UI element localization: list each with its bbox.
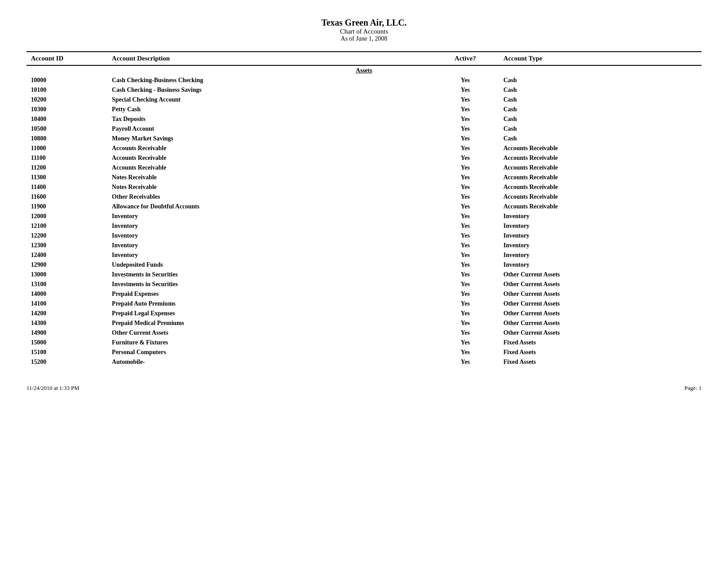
table-row: 11600Other ReceivablesYesAccounts Receiv… (26, 192, 702, 202)
account-active-cell: Yes (432, 260, 499, 270)
account-active-cell: Yes (432, 114, 499, 124)
account-id-cell: 11600 (26, 192, 108, 202)
table-row: 11100Accounts ReceivableYesAccounts Rece… (26, 153, 702, 163)
account-description-cell: Notes Receivable (108, 182, 432, 192)
table-row: 10800Money Market SavingsYesCash (26, 134, 702, 144)
account-active-cell: Yes (432, 182, 499, 192)
section-name: Assets (26, 65, 702, 76)
account-id-cell: 10300 (26, 105, 108, 114)
account-id-cell: 10800 (26, 134, 108, 144)
account-id-cell: 12900 (26, 260, 108, 270)
account-type-cell: Fixed Assets (499, 338, 702, 348)
account-type-cell: Accounts Receivable (499, 153, 702, 163)
account-id-cell: 15100 (26, 348, 108, 357)
account-description-cell: Allowance for Doubtful Accounts (108, 202, 432, 212)
account-type-cell: Cash (499, 124, 702, 134)
account-id-cell: 10000 (26, 76, 108, 85)
account-description-cell: Other Current Assets (108, 328, 432, 338)
account-id-cell: 10100 (26, 85, 108, 95)
table-row: 10400Tax DepositsYesCash (26, 114, 702, 124)
account-id-cell: 14300 (26, 318, 108, 328)
account-active-cell: Yes (432, 318, 499, 328)
account-type-cell: Inventory (499, 250, 702, 260)
account-id-cell: 14900 (26, 328, 108, 338)
table-row: 14900Other Current AssetsYesOther Curren… (26, 328, 702, 338)
account-type-cell: Accounts Receivable (499, 163, 702, 173)
table-row: 11300Notes ReceivableYesAccounts Receiva… (26, 173, 702, 182)
account-id-cell: 10400 (26, 114, 108, 124)
account-description-cell: Other Receivables (108, 192, 432, 202)
account-description-cell: Notes Receivable (108, 173, 432, 182)
account-id-cell: 11900 (26, 202, 108, 212)
table-row: 10100Cash Checking - Business SavingsYes… (26, 85, 702, 95)
account-active-cell: Yes (432, 231, 499, 241)
account-id-cell: 12200 (26, 231, 108, 241)
account-type-cell: Cash (499, 105, 702, 114)
account-description-cell: Investments in Securities (108, 270, 432, 280)
page-header: Texas Green Air, LLC. Chart of Accounts … (26, 18, 702, 42)
report-title: Chart of Accounts (26, 28, 702, 35)
company-name: Texas Green Air, LLC. (26, 18, 702, 28)
account-description-cell: Inventory (108, 221, 432, 231)
account-type-cell: Inventory (499, 231, 702, 241)
account-id-cell: 12000 (26, 212, 108, 221)
account-description-cell: Special Checking Account (108, 95, 432, 105)
account-active-cell: Yes (432, 212, 499, 221)
account-type-cell: Other Current Assets (499, 280, 702, 289)
account-type-cell: Accounts Receivable (499, 202, 702, 212)
account-active-cell: Yes (432, 144, 499, 153)
table-row: 13100Investments in SecuritiesYesOther C… (26, 280, 702, 289)
account-description-cell: Investments in Securities (108, 280, 432, 289)
account-description-cell: Tax Deposits (108, 114, 432, 124)
account-type-cell: Accounts Receivable (499, 182, 702, 192)
table-row: 14200Prepaid Legal ExpensesYesOther Curr… (26, 309, 702, 318)
account-description-cell: Inventory (108, 241, 432, 250)
table-row: 11000Accounts ReceivableYesAccounts Rece… (26, 144, 702, 153)
table-header-row: Account ID Account Description Active? A… (26, 52, 702, 65)
table-row: 11200Accounts ReceivableYesAccounts Rece… (26, 163, 702, 173)
account-active-cell: Yes (432, 338, 499, 348)
account-description-cell: Undeposited Funds (108, 260, 432, 270)
account-active-cell: Yes (432, 250, 499, 260)
account-active-cell: Yes (432, 289, 499, 299)
account-id-cell: 11000 (26, 144, 108, 153)
account-id-cell: 14200 (26, 309, 108, 318)
account-type-cell: Other Current Assets (499, 328, 702, 338)
account-active-cell: Yes (432, 299, 499, 309)
account-active-cell: Yes (432, 221, 499, 231)
account-active-cell: Yes (432, 105, 499, 114)
account-active-cell: Yes (432, 163, 499, 173)
col-account-description: Account Description (108, 52, 432, 65)
col-account-type: Account Type (499, 52, 702, 65)
account-description-cell: Money Market Savings (108, 134, 432, 144)
account-type-cell: Accounts Receivable (499, 173, 702, 182)
account-active-cell: Yes (432, 202, 499, 212)
account-id-cell: 11100 (26, 153, 108, 163)
account-type-cell: Inventory (499, 212, 702, 221)
account-id-cell: 14100 (26, 299, 108, 309)
page-footer: 11/24/2010 at 1:33 PM Page: 1 (26, 385, 702, 392)
table-row: 12100InventoryYesInventory (26, 221, 702, 231)
account-id-cell: 12400 (26, 250, 108, 260)
table-row: 14000Prepaid ExpensesYesOther Current As… (26, 289, 702, 299)
table-row: 12000InventoryYesInventory (26, 212, 702, 221)
account-type-cell: Cash (499, 95, 702, 105)
account-id-cell: 10200 (26, 95, 108, 105)
account-description-cell: Automobile- (108, 357, 432, 367)
account-type-cell: Other Current Assets (499, 299, 702, 309)
account-type-cell: Inventory (499, 241, 702, 250)
footer-timestamp: 11/24/2010 at 1:33 PM (26, 385, 79, 392)
table-row: 15200Automobile-YesFixed Assets (26, 357, 702, 367)
account-type-cell: Inventory (499, 221, 702, 231)
account-id-cell: 11400 (26, 182, 108, 192)
account-active-cell: Yes (432, 124, 499, 134)
table-row: 15100Personal ComputersYesFixed Assets (26, 348, 702, 357)
account-type-cell: Cash (499, 134, 702, 144)
account-active-cell: Yes (432, 241, 499, 250)
account-active-cell: Yes (432, 309, 499, 318)
footer-page: Page: 1 (684, 385, 702, 392)
account-id-cell: 12300 (26, 241, 108, 250)
account-type-cell: Other Current Assets (499, 270, 702, 280)
account-type-cell: Other Current Assets (499, 318, 702, 328)
account-active-cell: Yes (432, 192, 499, 202)
